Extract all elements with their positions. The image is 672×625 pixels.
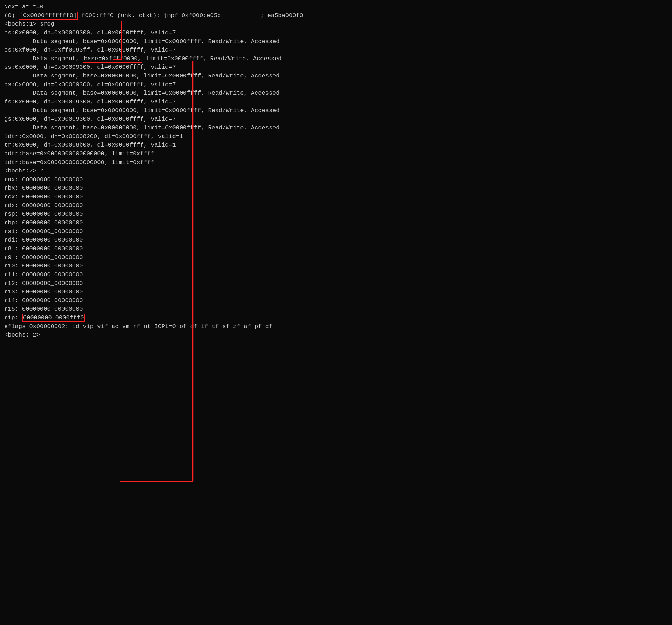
terminal-line-23: rcx: 00000000_00000000 [4, 193, 668, 202]
terminal-line-16: ldtr:0x0000, dh=0x00008200, dl=0x0000fff… [4, 133, 668, 141]
terminal-line-19: idtr:base=0x0000000000000000, limit=0xff… [4, 158, 668, 167]
terminal-line-8: ss:0x0000, dh=0x00009300, dl=0x0000ffff,… [4, 63, 668, 72]
terminal-line-9: Data segment, base=0x00000000, limit=0x0… [4, 72, 668, 81]
terminal-line-33: r12: 00000000_00000000 [4, 279, 668, 288]
terminal-line-1: Next at t=0 [4, 3, 668, 12]
terminal-line-11: Data segment, base=0x00000000, limit=0x0… [4, 89, 668, 98]
terminal-line-37: rip: 00000000_0000fff0 [4, 314, 668, 322]
terminal-line-39: <bochs: 2> [4, 331, 668, 340]
highlight-address-1: [0x0000fffffff0] [19, 12, 78, 20]
terminal-line-21: rax: 00000000_00000000 [4, 176, 668, 184]
terminal-line-10: ds:0x0000, dh=0x00009300, dl=0x0000ffff,… [4, 81, 668, 89]
terminal-line-28: rdi: 00000000_00000000 [4, 236, 668, 245]
terminal-line-35: r14: 00000000_00000000 [4, 297, 668, 305]
terminal-line-3: <bochs:1> sreg [4, 20, 668, 29]
terminal-line-32: r11: 00000000_00000000 [4, 271, 668, 279]
terminal-line-24: rdx: 00000000_00000000 [4, 202, 668, 210]
terminal-line-13: Data segment, base=0x00000000, limit=0x0… [4, 107, 668, 115]
terminal-line-30: r9 : 00000000_00000000 [4, 253, 668, 262]
highlight-base-cs: base=0xffff0000, [83, 55, 142, 63]
terminal-line-4: es:0x0000, dh=0x00009300, dl=0x0000ffff,… [4, 29, 668, 38]
terminal-line-5: Data segment, base=0x00000000, limit=0x0… [4, 38, 668, 46]
terminal-line-26: rbp: 00000000_00000000 [4, 219, 668, 227]
terminal-line-6: cs:0xf000, dh=0xff0093ff, dl=0x0000ffff,… [4, 46, 668, 55]
terminal-line-7: Data segment, base=0xffff0000, limit=0x0… [4, 55, 668, 63]
terminal-line-22: rbx: 00000000_00000000 [4, 184, 668, 193]
terminal-line-18: gdtr:base=0x0000000000000000, limit=0xff… [4, 150, 668, 158]
terminal-line-38: eflags 0x00000002: id vip vif ac vm rf n… [4, 322, 668, 331]
terminal-line-2: (0) [0x0000fffffff0] f000:fff0 (unk. ctx… [4, 12, 668, 20]
terminal-line-20: <bochs:2> r [4, 167, 668, 176]
terminal-line-29: r8 : 00000000_00000000 [4, 245, 668, 253]
terminal-window: Next at t=0 (0) [0x0000fffffff0] f000:ff… [4, 3, 668, 340]
terminal-line-15: Data segment, base=0x00000000, limit=0x0… [4, 124, 668, 133]
terminal-line-31: r10: 00000000_00000000 [4, 262, 668, 271]
highlight-rip: 00000000_0000fff0 [22, 314, 85, 322]
terminal-line-12: fs:0x0000, dh=0x00009300, dl=0x0000ffff,… [4, 98, 668, 107]
terminal-line-25: rsp: 00000000_00000000 [4, 210, 668, 219]
terminal-line-34: r13: 00000000_00000000 [4, 288, 668, 297]
terminal-line-36: r15: 00000000_00000000 [4, 305, 668, 314]
terminal-line-14: gs:0x0000, dh=0x00009300, dl=0x0000ffff,… [4, 115, 668, 124]
terminal-line-17: tr:0x0000, dh=0x00008b00, dl=0x0000ffff,… [4, 141, 668, 150]
terminal-line-27: rsi: 00000000_00000000 [4, 227, 668, 236]
